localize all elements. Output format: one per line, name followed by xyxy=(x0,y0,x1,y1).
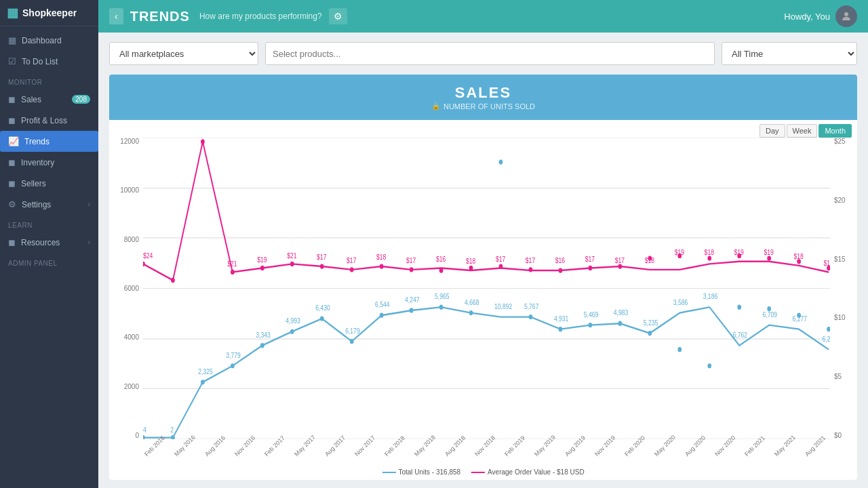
svg-text:$21: $21 xyxy=(227,260,237,268)
svg-point-78 xyxy=(827,327,830,331)
svg-text:$17: $17 xyxy=(496,255,505,263)
back-button[interactable]: ‹ xyxy=(109,8,123,24)
month-button[interactable]: Month xyxy=(818,124,852,138)
products-input[interactable] xyxy=(265,42,715,65)
marketplace-select[interactable]: All marketplaces xyxy=(109,42,258,65)
svg-point-84 xyxy=(290,262,294,266)
page-subtitle: How are my products performing? xyxy=(199,12,322,21)
svg-point-99 xyxy=(737,253,741,258)
svg-text:$17: $17 xyxy=(585,255,595,263)
sidebar-item-sellers[interactable]: ◼ Sellers xyxy=(0,173,98,194)
svg-text:$17: $17 xyxy=(317,253,326,261)
sidebar-item-trends[interactable]: 📈 Trends xyxy=(0,131,98,152)
svg-point-87 xyxy=(380,264,384,268)
trends-icon: 📈 xyxy=(8,136,19,146)
svg-point-55 xyxy=(143,435,145,439)
svg-point-64 xyxy=(410,308,414,312)
sidebar-item-label: Settings xyxy=(22,200,51,209)
chart-container: SALES 🔒 NUMBER OF UNITS SOLD Day Week Mo… xyxy=(109,75,857,480)
sidebar-item-sales[interactable]: ◼ Sales 208 xyxy=(0,89,98,110)
svg-text:$18: $18 xyxy=(705,248,714,256)
sidebar: ▦ Shopkeeper ▦ Dashboard ☑ To Do List MO… xyxy=(0,0,98,488)
time-select[interactable]: All Time Last 30 Days Last 90 Days Last … xyxy=(722,42,857,65)
learn-section-label: LEARN xyxy=(0,215,98,232)
settings-gear-button[interactable]: ⚙ xyxy=(329,8,347,24)
svg-point-72 xyxy=(648,331,652,336)
svg-point-57 xyxy=(201,380,205,384)
sidebar-item-label: Profit & Loss xyxy=(21,116,67,125)
svg-text:5,767: 5,767 xyxy=(524,302,539,310)
svg-text:$16: $16 xyxy=(555,256,565,264)
resources-arrow-icon: › xyxy=(88,239,90,246)
sidebar-item-todo[interactable]: ☑ To Do List xyxy=(0,51,98,72)
svg-point-68 xyxy=(529,314,533,319)
sidebar-item-profit[interactable]: ◼ Profit & Loss xyxy=(0,110,98,131)
svg-point-63 xyxy=(380,313,384,318)
svg-text:3,186: 3,186 xyxy=(703,292,718,300)
svg-text:6,237: 6,237 xyxy=(823,335,830,343)
svg-text:6,544: 6,544 xyxy=(375,300,390,308)
sales-icon: ◼ xyxy=(8,94,16,104)
chart-legend: Total Units - 316,858 Average Order Valu… xyxy=(382,468,584,476)
svg-text:$17: $17 xyxy=(526,256,535,264)
sidebar-item-label: Inventory xyxy=(21,158,54,167)
svg-point-91 xyxy=(499,264,503,268)
svg-point-66 xyxy=(469,310,473,315)
svg-point-100 xyxy=(767,256,771,260)
sidebar-item-resources[interactable]: ◼ Resources › xyxy=(0,232,98,253)
svg-point-0 xyxy=(844,12,848,16)
sidebar-item-label: Resources xyxy=(21,238,60,247)
svg-text:$17: $17 xyxy=(347,256,356,264)
chart-header: SALES 🔒 NUMBER OF UNITS SOLD xyxy=(109,75,857,120)
svg-text:10,892: 10,892 xyxy=(494,302,512,310)
x-axis: Feb 2016 May 2016 Aug 2016 Nov 2016 Feb … xyxy=(143,450,830,460)
sellers-icon: ◼ xyxy=(8,178,16,188)
y-axis-right: $25 $20 $15 $10 $5 $0 xyxy=(831,138,857,439)
settings-icon: ⚙ xyxy=(8,199,16,209)
svg-point-83 xyxy=(260,266,264,270)
svg-text:6,179: 6,179 xyxy=(345,327,360,335)
svg-text:4,931: 4,931 xyxy=(554,314,569,323)
svg-text:$21: $21 xyxy=(287,251,296,260)
svg-text:3,779: 3,779 xyxy=(226,351,241,359)
page-title: TRENDS xyxy=(130,9,190,24)
main-area: ‹ TRENDS How are my products performing?… xyxy=(98,0,868,488)
svg-text:$19: $19 xyxy=(257,256,267,264)
svg-text:$24: $24 xyxy=(200,138,210,139)
svg-point-92 xyxy=(529,267,533,272)
sidebar-item-label: Sellers xyxy=(21,179,46,188)
svg-point-93 xyxy=(559,268,563,272)
user-greeting-text: Howdy, You xyxy=(784,12,830,22)
svg-text:4,993: 4,993 xyxy=(285,317,300,325)
svg-point-81 xyxy=(201,139,205,144)
svg-point-88 xyxy=(410,267,414,272)
sidebar-item-settings[interactable]: ⚙ Settings › xyxy=(0,194,98,215)
svg-text:$16: $16 xyxy=(436,255,446,263)
svg-point-98 xyxy=(707,256,711,260)
logo-icon: ▦ xyxy=(7,5,18,20)
time-buttons: Day Week Month xyxy=(760,124,852,138)
svg-point-96 xyxy=(648,256,652,260)
svg-point-73 xyxy=(677,347,682,352)
profit-icon: ◼ xyxy=(8,115,16,125)
svg-point-74 xyxy=(707,363,711,368)
svg-text:5,235: 5,235 xyxy=(644,319,658,327)
svg-text:6,430: 6,430 xyxy=(315,304,330,312)
week-button[interactable]: Week xyxy=(787,124,818,138)
day-button[interactable]: Day xyxy=(760,124,785,138)
svg-point-67 xyxy=(499,159,503,164)
legend-aov-line xyxy=(471,472,485,473)
svg-point-76 xyxy=(767,306,771,311)
sidebar-item-dashboard[interactable]: ▦ Dashboard xyxy=(0,30,98,51)
sidebar-item-label: Dashboard xyxy=(22,36,62,45)
svg-text:4,983: 4,983 xyxy=(614,308,629,317)
svg-point-62 xyxy=(350,339,354,344)
svg-point-70 xyxy=(589,323,593,327)
svg-point-95 xyxy=(618,264,622,268)
chart-svg: 4 2 2,325 3,779 3,343 4,993 6,430 6,179 … xyxy=(143,138,830,439)
svg-point-101 xyxy=(797,259,801,264)
sidebar-item-inventory[interactable]: ◼ Inventory xyxy=(0,152,98,173)
sidebar-item-label: Sales xyxy=(21,95,41,104)
svg-text:$17: $17 xyxy=(406,256,416,264)
chart-title: SALES xyxy=(119,84,848,102)
